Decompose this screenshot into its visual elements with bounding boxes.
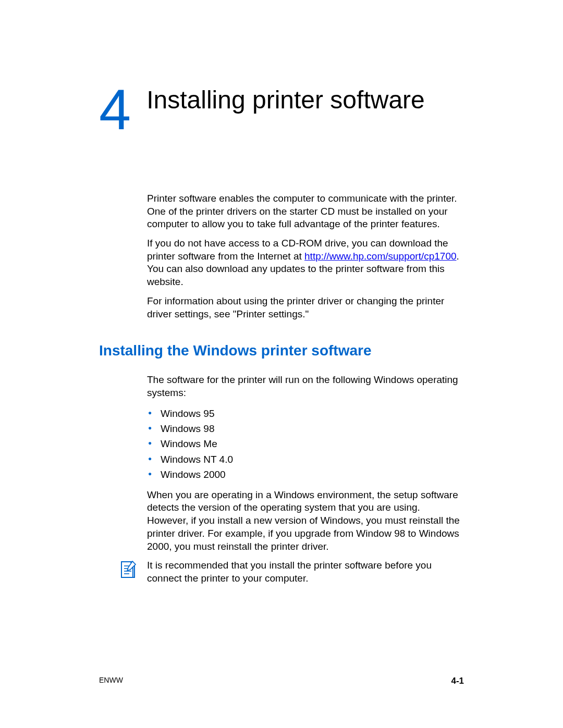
list-item: Windows 98 [147,421,464,436]
document-page: 4 Installing printer software Printer so… [0,0,563,728]
intro-block: Printer software enables the computer to… [147,192,464,320]
list-item: Windows Me [147,436,464,451]
section-paragraph-1: The software for the printer will run on… [147,374,464,399]
note-text: It is recommended that you install the p… [147,559,464,585]
intro-paragraph-1: Printer software enables the computer to… [147,192,464,231]
footer-left: ENWW [99,676,123,686]
chapter-header: 4 Installing printer software [99,83,464,135]
intro-paragraph-3: For information about using the printer … [147,295,464,320]
section-paragraph-2: When you are operating in a Windows envi… [147,489,464,553]
chapter-title: Installing printer software [146,83,425,114]
page-footer: ENWW 4-1 [99,676,464,686]
section-body: The software for the printer will run on… [147,374,464,553]
list-item: Windows NT 4.0 [147,452,464,467]
note-icon [120,560,137,579]
section-heading: Installing the Windows printer software [99,342,464,359]
os-list: Windows 95 Windows 98 Windows Me Windows… [147,406,464,483]
chapter-number: 4 [99,83,131,135]
list-item: Windows 95 [147,406,464,421]
footer-page-number: 4-1 [451,676,464,686]
list-item: Windows 2000 [147,467,464,482]
intro-paragraph-2: If you do not have access to a CD-ROM dr… [147,237,464,289]
note-block: It is recommended that you install the p… [120,559,464,585]
support-link[interactable]: http://www.hp.com/support/cp1700 [304,251,457,262]
